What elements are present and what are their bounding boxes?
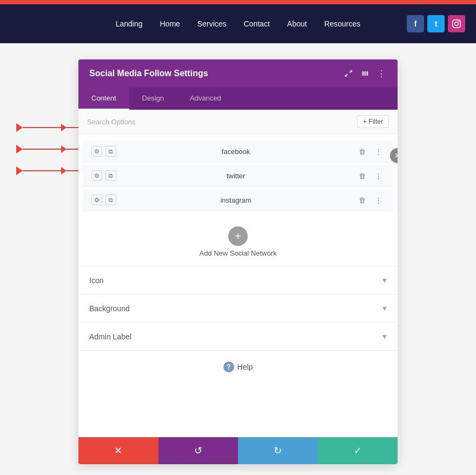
delete-icon-twitter[interactable]: 🗑 xyxy=(355,169,368,182)
copy-icon[interactable]: ⧉ xyxy=(105,170,116,181)
search-area: Search Options + Filter xyxy=(78,110,398,134)
page-content: ✕ Social Media Follow Settings ⋮ xyxy=(0,43,476,475)
copy-icon[interactable]: ⧉ xyxy=(105,195,116,205)
row-left-icons: ⚙ ⧉ xyxy=(91,170,116,181)
accordion-background: Background ▾ xyxy=(78,294,398,322)
panel-header: Social Media Follow Settings ⋮ xyxy=(78,59,398,88)
settings-icon[interactable]: ⚙ xyxy=(91,195,102,205)
panel-columns-icon[interactable] xyxy=(360,68,371,79)
social-nav-icons: f t xyxy=(407,15,465,32)
more-icon-instagram[interactable]: ⋮ xyxy=(372,193,385,206)
panel-spacer xyxy=(78,383,398,437)
more-icon-twitter[interactable]: ⋮ xyxy=(372,169,385,182)
help-label: Help xyxy=(237,363,253,371)
settings-icon[interactable]: ⚙ xyxy=(91,170,102,181)
facebook-nav-icon[interactable]: f xyxy=(407,15,424,32)
panel-header-icons: ⋮ xyxy=(343,68,387,79)
row-left-icons: ⚙ ⧉ xyxy=(91,195,116,205)
accordion-header-background[interactable]: Background ▾ xyxy=(78,295,398,322)
action-bar: ✕ ↺ ↻ ✓ xyxy=(78,437,398,464)
nav-landing[interactable]: Landing xyxy=(116,19,143,28)
more-icon-facebook[interactable]: ⋮ xyxy=(372,145,385,158)
search-placeholder[interactable]: Search Options xyxy=(87,118,136,126)
add-network-section[interactable]: + Add New Social Network xyxy=(78,218,398,266)
cancel-button[interactable]: ✕ xyxy=(78,437,158,464)
row-right-icons: 🗑 ⋮ xyxy=(355,169,385,182)
filter-button[interactable]: + Filter xyxy=(357,115,389,128)
network-name-instagram: instagram xyxy=(116,196,355,204)
top-bar xyxy=(0,0,476,4)
chevron-down-icon: ▾ xyxy=(382,275,387,285)
accordion-title-background: Background xyxy=(89,304,130,313)
accordion-icon: Icon ▾ xyxy=(78,266,398,294)
panel-more-icon[interactable]: ⋮ xyxy=(376,68,387,79)
instagram-nav-icon[interactable] xyxy=(448,15,465,32)
network-name-facebook: facebook xyxy=(116,148,355,156)
undo-button[interactable]: ↺ xyxy=(158,437,239,464)
add-network-button[interactable]: + xyxy=(228,226,248,246)
nav-about[interactable]: About xyxy=(287,19,307,28)
redo-button[interactable]: ↻ xyxy=(238,437,318,464)
network-name-twitter: twitter xyxy=(116,172,355,180)
social-rows: ⚙ ⧉ facebook 🗑 ⋮ ⚙ ⧉ twitter 🗑 ⋮ xyxy=(78,134,398,218)
settings-panel: ✕ Social Media Follow Settings ⋮ xyxy=(78,59,398,464)
nav-links: Landing Home Services Contact About Reso… xyxy=(116,19,361,28)
nav-home[interactable]: Home xyxy=(160,19,180,28)
add-network-label: Add New Social Network xyxy=(199,249,276,257)
tab-content[interactable]: Content xyxy=(78,88,129,110)
delete-icon-facebook[interactable]: 🗑 xyxy=(355,145,368,158)
chevron-down-icon: ▾ xyxy=(382,331,387,342)
tab-advanced[interactable]: Advanced xyxy=(177,88,234,110)
twitter-nav-icon[interactable]: t xyxy=(427,15,445,32)
panel-title: Social Media Follow Settings xyxy=(89,69,208,78)
table-row: ⚙ ⧉ twitter 🗑 ⋮ xyxy=(83,165,393,187)
row-left-icons: ⚙ ⧉ xyxy=(91,146,116,157)
copy-icon[interactable]: ⧉ xyxy=(105,146,116,157)
table-row: ⚙ ⧉ facebook 🗑 ⋮ xyxy=(83,141,393,163)
accordion-header-admin-label[interactable]: Admin Label ▾ xyxy=(78,323,398,350)
help-section: ? Help xyxy=(78,350,398,383)
panel-expand-icon[interactable] xyxy=(343,68,354,79)
nav-resources[interactable]: Resources xyxy=(324,19,360,28)
nav-contact[interactable]: Contact xyxy=(244,19,270,28)
panel-tabs: Content Design Advanced xyxy=(78,88,398,110)
nav-services[interactable]: Services xyxy=(197,19,227,28)
accordion-header-icon[interactable]: Icon ▾ xyxy=(78,266,398,294)
accordion-title-admin-label: Admin Label xyxy=(89,332,131,341)
confirm-button[interactable]: ✓ xyxy=(318,437,398,464)
table-row: ⚙ ⧉ instagram 🗑 ⋮ xyxy=(83,189,393,211)
delete-icon-instagram[interactable]: 🗑 xyxy=(355,193,368,206)
navigation-bar: Landing Home Services Contact About Reso… xyxy=(0,4,476,43)
accordion-admin-label: Admin Label ▾ xyxy=(78,322,398,350)
row-right-icons: 🗑 ⋮ xyxy=(355,193,385,206)
row-right-icons: 🗑 ⋮ xyxy=(355,145,385,158)
tab-design[interactable]: Design xyxy=(129,88,177,110)
settings-icon[interactable]: ⚙ xyxy=(91,146,102,157)
accordion-title-icon: Icon xyxy=(89,276,103,285)
chevron-down-icon: ▾ xyxy=(382,303,387,313)
help-icon[interactable]: ? xyxy=(223,362,234,372)
